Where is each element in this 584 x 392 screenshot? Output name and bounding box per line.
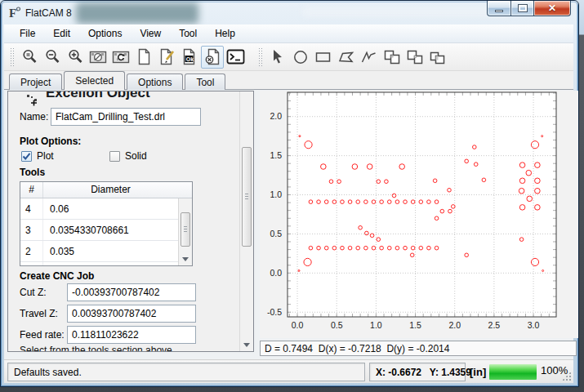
panel-scrollbar[interactable] [239, 91, 253, 351]
cursor-coordinates: X: -0.6672 Y: 1.4359 [369, 363, 466, 381]
draw-polyline-icon[interactable] [358, 46, 381, 69]
clear-plot-icon[interactable] [87, 46, 109, 69]
feed-rate-input[interactable] [67, 326, 196, 344]
toolbar-drag-handle[interactable] [258, 47, 263, 67]
panel-title: Excellon Object [46, 91, 150, 101]
svg-text:2.0: 2.0 [270, 111, 282, 121]
svg-text:F: F [9, 7, 16, 20]
tab-selected[interactable]: Selected [64, 71, 125, 90]
titlebar[interactable]: F FlatCAM 8 ✕ [1, 1, 578, 24]
minimize-icon [495, 10, 503, 12]
distance-readout: D = 0.7494 D(x) = -0.7218 D(y) = -0.2014 [260, 341, 577, 356]
main-area: Excellon Object Name: Plot Options: Plot… [4, 90, 573, 359]
plot-checkbox[interactable]: Plot [21, 150, 54, 162]
checkbox-checked-icon [21, 151, 32, 162]
tab-tool[interactable]: Tool [185, 74, 225, 90]
shell-icon[interactable] [224, 46, 247, 69]
plot-panel: 0.00.51.01.52.02.53.0-0.50.00.51.01.52.0… [257, 90, 579, 359]
col-header-diameter[interactable]: Diameter [43, 182, 178, 198]
tool-number: 2 [20, 241, 43, 261]
draw-polygon-icon[interactable] [335, 46, 358, 69]
col-header-number[interactable]: # [20, 182, 43, 198]
units-label: [in] [470, 363, 486, 381]
excellon-object-icon [25, 92, 41, 109]
tool-diameter: 0.06 [43, 203, 178, 215]
tool-number: 3 [20, 220, 43, 240]
cnc-section-title: Create CNC Job [20, 270, 94, 282]
union-icon[interactable] [381, 46, 403, 69]
draw-circle-icon[interactable] [289, 46, 312, 69]
excellon-object-panel: Excellon Object Name: Plot Options: Plot… [7, 91, 254, 352]
scrollbar-thumb[interactable] [242, 147, 252, 247]
scroll-down-icon[interactable] [179, 253, 192, 265]
draw-rectangle-icon[interactable] [312, 46, 335, 69]
intersect-icon[interactable] [426, 46, 449, 69]
table-row[interactable]: 2 0.035 [20, 241, 178, 262]
replot-icon[interactable] [109, 46, 132, 69]
table-scrollbar[interactable] [178, 198, 192, 265]
scroll-down-icon[interactable] [240, 339, 253, 351]
maximize-icon [519, 5, 527, 11]
svg-text:1.0: 1.0 [270, 189, 282, 199]
travel-z-input[interactable] [67, 305, 196, 323]
plot-svg[interactable]: 0.00.51.01.52.02.53.0-0.50.00.51.01.52.0 [260, 91, 578, 338]
tabbar: Project Selected Options Tool [4, 71, 573, 90]
titlebar-glass-reflection [301, 7, 510, 17]
zoom-in-icon[interactable] [64, 46, 87, 69]
menu-file[interactable]: File [11, 25, 44, 42]
pointer-icon[interactable] [266, 46, 289, 69]
menu-options[interactable]: Options [79, 25, 131, 42]
plot-options-label: Plot Options: [20, 136, 81, 147]
scrollbar-thumb[interactable] [181, 212, 190, 247]
svg-text:1.5: 1.5 [409, 320, 421, 330]
menu-help[interactable]: Help [206, 25, 244, 42]
solid-checkbox[interactable]: Solid [109, 150, 147, 162]
new-file-icon[interactable] [132, 46, 155, 69]
delete-file-icon[interactable] [201, 46, 224, 69]
maximize-button[interactable] [510, 1, 534, 16]
menu-view[interactable]: View [131, 25, 170, 42]
close-button[interactable]: ✕ [533, 1, 571, 16]
subtract-icon[interactable] [403, 46, 426, 69]
name-input[interactable] [51, 108, 201, 126]
tool-diameter: 0.035 [43, 246, 178, 257]
progress-fill [489, 364, 537, 380]
menu-tool[interactable]: Tool [170, 25, 206, 42]
minimize-button[interactable] [487, 1, 511, 16]
scroll-up-icon[interactable] [179, 198, 192, 211]
table-row[interactable]: 4 0.06 [20, 198, 178, 220]
svg-text:0.0: 0.0 [292, 320, 304, 330]
status-message: Defaults saved. [7, 363, 365, 381]
toolbar-drag-handle[interactable] [10, 47, 15, 67]
table-row [20, 262, 178, 266]
zoom-fit-icon[interactable] [18, 46, 41, 69]
svg-text:0.0: 0.0 [270, 268, 282, 278]
progress-bar [489, 364, 537, 380]
solid-checkbox-label: Solid [125, 150, 147, 162]
cut-z-input[interactable] [67, 283, 196, 301]
name-label: Name: [20, 111, 48, 122]
ok-file-icon[interactable]: Ok [178, 46, 201, 69]
zoom-out-icon[interactable] [41, 46, 64, 69]
menubar: File Edit Options View Tool Help [4, 24, 573, 43]
menu-edit[interactable]: Edit [44, 25, 79, 42]
scroll-up-icon[interactable] [240, 91, 253, 104]
app-window: F FlatCAM 8 ✕ File Edit Options View Too… [0, 0, 579, 387]
toolbar: Ok [4, 43, 573, 71]
titlebar-glass-reflection [76, 2, 198, 24]
table-header-row: # Diameter [20, 182, 192, 198]
svg-text:0.5: 0.5 [331, 320, 343, 330]
svg-text:1.0: 1.0 [370, 320, 382, 330]
svg-text:0.5: 0.5 [270, 229, 282, 238]
svg-text:1.5: 1.5 [270, 150, 282, 160]
svg-text:Ok: Ok [186, 56, 194, 62]
close-icon: ✕ [548, 3, 556, 13]
tab-project[interactable]: Project [9, 74, 62, 90]
tool-number: 4 [20, 198, 43, 219]
svg-text:-0.5: -0.5 [267, 307, 282, 317]
table-row[interactable]: 3 0.0354330708661 [20, 220, 178, 241]
tab-options[interactable]: Options [127, 74, 183, 90]
edit-file-icon[interactable] [155, 46, 178, 69]
checkbox-unchecked-icon [109, 151, 120, 162]
travel-z-label: Travel Z: [20, 308, 58, 319]
